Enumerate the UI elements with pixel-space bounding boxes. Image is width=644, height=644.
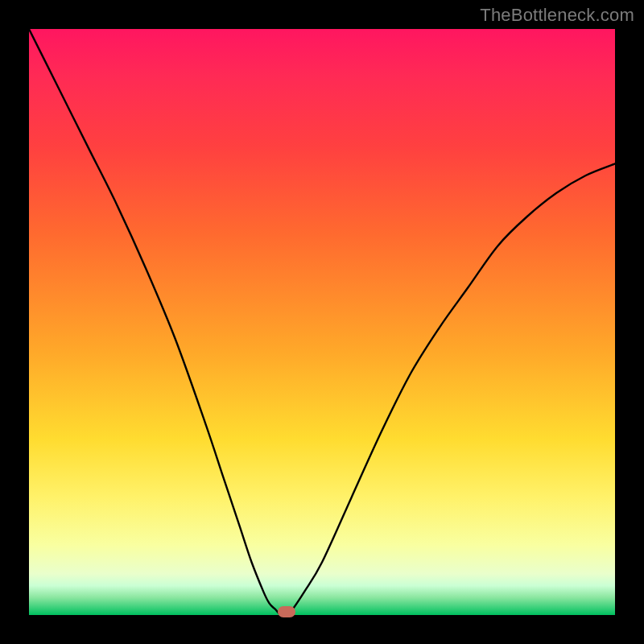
- plot-area: [29, 29, 615, 615]
- chart-frame: TheBottleneck.com: [0, 0, 644, 644]
- watermark-text: TheBottleneck.com: [480, 5, 634, 26]
- bottleneck-curve: [29, 29, 615, 615]
- optimum-marker: [278, 606, 295, 617]
